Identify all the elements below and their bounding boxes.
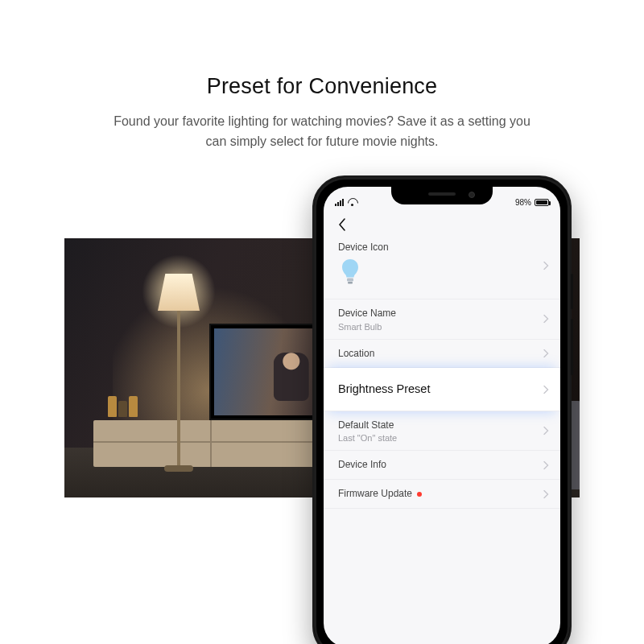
wifi-icon: [347, 198, 357, 206]
chevron-left-icon: [338, 218, 346, 231]
chevron-right-icon: [543, 427, 549, 436]
setting-row-device-name[interactable]: Device Name Smart Bulb: [324, 299, 560, 340]
chevron-right-icon: [543, 385, 549, 394]
phone-side-button: [571, 319, 573, 375]
setting-label: Device Name: [338, 307, 546, 320]
signal-icon: [335, 199, 344, 206]
setting-row-device-info[interactable]: Device Info: [324, 451, 560, 480]
svg-rect-1: [348, 282, 353, 284]
chevron-right-icon: [543, 315, 549, 324]
svg-rect-0: [347, 278, 353, 281]
phone-frame: 98% Device Icon Device Name Smart Bulb: [312, 175, 572, 644]
cabinet-illustration: [93, 420, 327, 467]
setting-label: Device Info: [338, 458, 546, 472]
setting-row-location[interactable]: Location: [324, 340, 560, 369]
chevron-right-icon: [543, 460, 549, 469]
setting-value: Last "On" state: [338, 433, 546, 443]
setting-row-device-icon[interactable]: Device Icon: [324, 233, 560, 299]
battery-icon: [535, 199, 549, 206]
setting-label: Brightness Preset: [338, 381, 546, 397]
hero-title: Preset for Convenience: [0, 74, 644, 99]
battery-percent: 98%: [515, 198, 531, 207]
chevron-right-icon: [543, 489, 549, 498]
setting-row-firmware-update[interactable]: Firmware Update: [324, 480, 560, 509]
chevron-right-icon: [543, 262, 549, 270]
setting-label: Default State: [338, 419, 546, 432]
setting-label: Firmware Update: [338, 487, 546, 501]
setting-label: Device Icon: [338, 241, 546, 254]
setting-row-default-state[interactable]: Default State Last "On" state: [324, 411, 560, 452]
phone-side-button: [571, 274, 573, 309]
bulb-icon: [338, 258, 362, 287]
update-available-indicator: [417, 492, 422, 497]
chevron-right-icon: [543, 349, 549, 357]
phone-screen: 98% Device Icon Device Name Smart Bulb: [324, 187, 560, 644]
hero-subtitle: Found your favorite lighting for watchin…: [113, 112, 531, 152]
setting-row-brightness-preset[interactable]: Brightness Preset: [324, 368, 560, 411]
phone-notch: [391, 187, 493, 204]
setting-value: Smart Bulb: [338, 322, 546, 332]
bottles-illustration: [108, 396, 145, 420]
back-button[interactable]: [333, 216, 351, 233]
setting-label: Location: [338, 347, 546, 361]
